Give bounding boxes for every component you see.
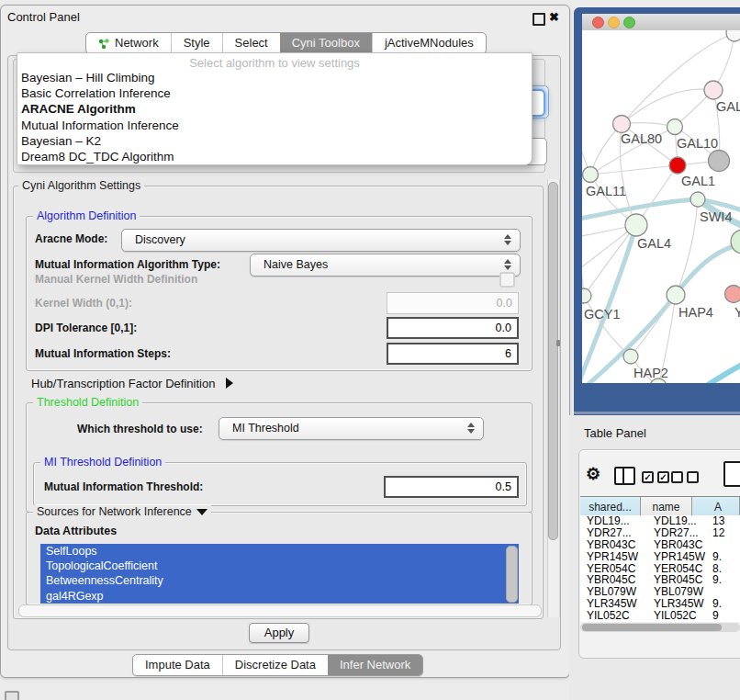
table-row[interactable]: YLR345WYLR345W9.: [580, 598, 740, 610]
network-node-gal10[interactable]: [667, 119, 683, 135]
column-header-name[interactable]: name: [641, 497, 692, 516]
network-node-gal11[interactable]: [583, 167, 599, 183]
mi-threshold-field[interactable]: 0.5: [384, 476, 519, 498]
table-cell: YLR345W: [654, 598, 712, 610]
network-node-hap4[interactable]: [667, 286, 685, 304]
network-node[interactable]: [709, 151, 730, 172]
sources-collapse-arrow-icon[interactable]: [196, 509, 207, 515]
algorithm-option[interactable]: Mutual Information Inference: [17, 118, 532, 133]
network-canvas[interactable]: GALGAL80GAL10GAL1GAL11SWI4GAL4GCY1HAP4YH…: [582, 30, 740, 383]
node-label: GCY1: [584, 307, 621, 322]
algorithm-option[interactable]: Bayesian – Hill Climbing: [17, 70, 532, 85]
hub-definition-label[interactable]: Hub/Transcription Factor Definition: [31, 377, 233, 390]
tab-network[interactable]: Network: [86, 33, 171, 53]
attribute-item[interactable]: SelfLoops: [40, 544, 519, 559]
aracne-mode-combo[interactable]: Discovery: [121, 229, 521, 252]
table-cell: [712, 586, 740, 598]
settings-horizontal-scrollbar[interactable]: [18, 604, 542, 617]
tab-jactivemnodules[interactable]: jActiveMNodules: [372, 33, 486, 53]
attribute-item[interactable]: TopologicalCoefficient: [40, 559, 519, 573]
table-cell: 8.: [712, 563, 740, 575]
tab-discretize-data[interactable]: Discretize Data: [222, 655, 328, 675]
network-window-titlebar[interactable]: [582, 14, 740, 31]
algorithm-option[interactable]: Dream8 DC_TDC Algorithm: [17, 149, 532, 164]
table-row[interactable]: YDL19...YDL19...13: [580, 515, 740, 527]
panel-splitter-handle[interactable]: [556, 340, 560, 346]
network-node[interactable]: [726, 30, 740, 41]
tab-cyni-toolbox[interactable]: Cyni Toolbox: [280, 33, 372, 53]
manual-kernel-checkbox[interactable]: [499, 272, 515, 288]
table-cell: [712, 539, 740, 551]
tab-select[interactable]: Select: [222, 33, 280, 53]
split-columns-icon[interactable]: [614, 467, 635, 485]
unchecked-columns-icon[interactable]: [671, 471, 699, 483]
algorithm-option[interactable]: Basic Correlation Inference: [17, 85, 532, 101]
dpi-tolerance-field[interactable]: 0.0: [387, 317, 519, 339]
algorithm-dropdown-popup: Select algorithm to view settings Bayesi…: [17, 52, 533, 165]
attributes-scrollbar-thumb[interactable]: [506, 546, 518, 603]
attribute-item[interactable]: BetweennessCentrality: [40, 573, 519, 588]
algorithm-option[interactable]: Bayesian – K2: [17, 133, 532, 149]
float-window-icon[interactable]: [533, 13, 545, 26]
dpi-tolerance-label: DPI Tolerance [0,1]:: [35, 322, 137, 334]
table-cell: YBR045C: [654, 574, 712, 586]
network-node-gal1[interactable]: [669, 157, 686, 174]
network-edge[interactable]: [584, 225, 636, 296]
algorithm-option[interactable]: ARACNE Algorithm: [17, 101, 532, 117]
table-scrollbar-thumb[interactable]: [582, 624, 722, 631]
tab-label: Impute Data: [145, 655, 210, 675]
sources-legend[interactable]: Sources for Network Inference: [33, 505, 211, 518]
collapsed-panel-icon[interactable]: [5, 691, 19, 700]
mi-steps-label: Mutual Information Steps:: [35, 347, 171, 360]
node-label: GAL: [716, 99, 740, 114]
network-edge[interactable]: [622, 89, 713, 124]
mi-algorithm-type-value: Naive Bayes: [263, 258, 328, 271]
document-icon[interactable]: [723, 461, 740, 487]
tab-infer-network[interactable]: Infer Network: [328, 655, 422, 675]
which-threshold-label: Which threshold to use:: [77, 423, 203, 435]
network-edge[interactable]: [631, 295, 676, 356]
kernel-width-field[interactable]: 0.0: [387, 292, 519, 314]
apply-button[interactable]: Apply: [249, 623, 309, 643]
network-node-y[interactable]: [725, 286, 740, 303]
which-threshold-combo[interactable]: MI Threshold: [219, 417, 484, 440]
table-cell: YDR27...: [580, 527, 654, 539]
attribute-item[interactable]: gal4RGexp: [40, 589, 519, 604]
column-header-partial[interactable]: A: [692, 497, 740, 516]
table-row[interactable]: YDR27...YDR27...12: [580, 527, 740, 539]
node-label: GAL1: [681, 174, 715, 188]
table-cell: YLR345W: [580, 598, 654, 610]
network-node-gcy1[interactable]: [582, 288, 591, 303]
settings-scrollbar-thumb[interactable]: [548, 182, 558, 540]
minimize-traffic-light-icon[interactable]: [608, 17, 620, 28]
tab-impute-data[interactable]: Impute Data: [133, 655, 222, 675]
tab-style[interactable]: Style: [171, 33, 222, 53]
network-node-hap2[interactable]: [623, 349, 638, 364]
close-traffic-light-icon[interactable]: [592, 17, 604, 28]
table-row[interactable]: YBR045CYBR045C9.: [580, 574, 740, 586]
zoom-traffic-light-icon[interactable]: [623, 17, 635, 28]
aracne-mode-value: Discovery: [135, 233, 185, 246]
table-row[interactable]: YBL079WYBL079W: [580, 586, 740, 598]
table-row[interactable]: YIL052CYIL052C9: [580, 610, 740, 622]
table-row[interactable]: YPR145WYPR145W9.: [580, 551, 740, 563]
network-node-swi4[interactable]: [690, 192, 705, 207]
network-node-gal80[interactable]: [613, 116, 631, 133]
checked-columns-icon[interactable]: ✓✓: [642, 471, 669, 483]
tab-label: Cyni Toolbox: [292, 33, 360, 53]
network-edge[interactable]: [700, 363, 740, 383]
table-row[interactable]: YBR043CYBR043C: [580, 539, 740, 551]
network-node[interactable]: [731, 230, 740, 254]
gear-icon[interactable]: ⚙: [586, 464, 600, 484]
table-cell: YDR27...: [654, 527, 712, 539]
close-icon[interactable]: ✖: [549, 10, 559, 25]
mi-algorithm-type-combo[interactable]: Naive Bayes: [250, 254, 521, 277]
mi-steps-field[interactable]: 6: [387, 343, 519, 365]
table-cell: YBL079W: [654, 586, 712, 598]
algorithm-popup-hint: Select algorithm to view settings: [17, 56, 532, 70]
table-row[interactable]: YER054CYER054C8.: [580, 563, 740, 575]
network-node-gal4[interactable]: [625, 214, 647, 236]
hub-expand-arrow-icon[interactable]: [226, 378, 233, 389]
column-header-shared-name[interactable]: shared...: [580, 497, 641, 516]
network-node-gal[interactable]: [704, 81, 723, 99]
